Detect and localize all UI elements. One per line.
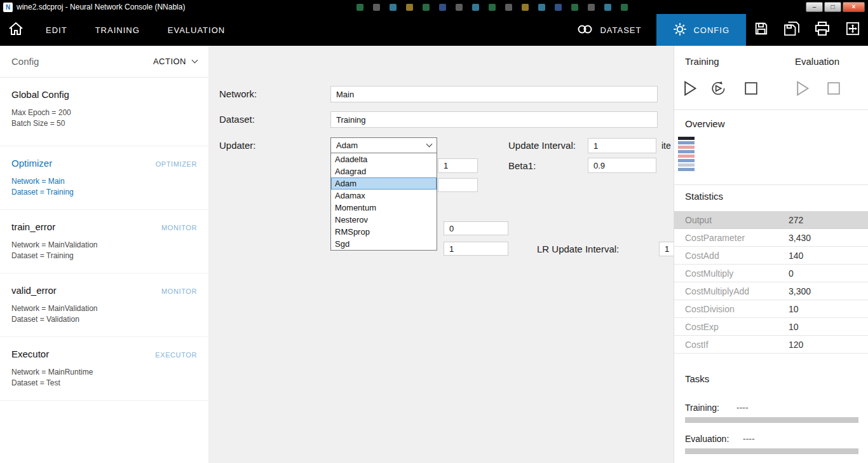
home-button[interactable] [0,14,32,46]
overview-thumbnail[interactable] [678,137,695,171]
stop-training-button[interactable] [744,81,758,98]
config-item-title: Optimizer [11,158,52,169]
tray-icon [390,4,397,11]
hidden-field-b[interactable]: 1 [444,242,508,256]
updater-option[interactable]: Sgd [331,238,437,250]
task-evaluation-name: Evaluation: [685,434,729,444]
stat-value: 10 [789,322,799,332]
stat-value: 272 [789,215,803,225]
stat-row-costparameter[interactable]: CostParameter 3,430 [674,229,868,247]
resume-training-button[interactable] [709,80,728,99]
window-controls: – □ × [806,2,865,12]
update-interval-field[interactable]: 1 [588,138,656,153]
save-icon [754,22,768,38]
network-field[interactable]: Main [330,86,658,102]
stat-row-costmultiplyadd[interactable]: CostMultiplyAdd 3,300 [674,282,868,300]
stat-name: CostMultiplyAdd [685,286,749,296]
update-interval-label: Update Interval: [508,140,576,151]
updater-option[interactable]: Adagrad [331,165,437,177]
updater-select[interactable]: Adam [330,137,437,153]
lr-update-interval-field[interactable]: 1 [659,242,674,256]
save-button[interactable] [746,14,776,46]
sidebar-item-train-error[interactable]: train_error MONITOR Network = MainValida… [0,210,208,273]
stat-row-costdivision[interactable]: CostDivision 10 [674,300,868,318]
tray-icon [621,4,628,11]
stop-icon [744,81,758,98]
fit-window-icon [846,22,860,38]
stat-value: 3,430 [789,233,811,243]
training-section-label: Training [685,56,719,67]
stat-name: CostMultiply [685,268,733,279]
close-button[interactable]: × [843,2,865,12]
config-item-title: Executor [11,349,49,359]
nav-tab-dataset[interactable]: DATASET [562,14,656,46]
network-layer-bar [678,168,695,171]
tray-icon [456,4,463,11]
sidebar-item-optimizer[interactable]: Optimizer OPTIMIZER Network = Main Datas… [0,146,208,210]
save-as-button[interactable] [776,14,807,46]
stop-icon [827,81,841,98]
stat-row-costmultiply[interactable]: CostMultiply 0 [674,265,868,282]
stop-evaluation-button[interactable] [827,81,841,98]
task-training-name: Training: [685,403,719,413]
sidebar-item-global-config[interactable]: Global Config Max Epoch = 200 Batch Size… [0,78,208,146]
save-as-icon [784,22,799,38]
hidden-field-a[interactable]: 0 [444,221,508,235]
updater-option[interactable]: Adadelta [331,153,437,165]
partial-field-empty[interactable] [438,178,478,192]
dataset-field[interactable]: Training [330,111,658,128]
chevron-down-icon [426,141,433,148]
updater-option[interactable]: Adamax [331,190,437,202]
updater-option-selected[interactable]: Adam [331,177,437,190]
tray-icon [472,4,479,11]
updater-dropdown-list: Adadelta Adagrad Adam Adamax Momentum Ne… [330,153,437,251]
config-item-line: Dataset = Training [11,251,197,260]
stat-value: 10 [789,304,799,314]
evaluation-progress-bar [685,448,858,454]
nav-tab-config[interactable]: CONFIG [656,14,746,46]
play-icon [795,79,810,100]
network-layer-bar [678,150,695,153]
tasks-label: Tasks [685,373,709,384]
updater-option[interactable]: Nesterov [331,214,437,226]
updater-option[interactable]: Momentum [331,202,437,214]
sidebar-item-executor[interactable]: Executor EXECUTOR Network = MainRuntime … [0,337,208,401]
stat-name: CostDivision [685,304,735,314]
stat-name: CostIf [685,340,709,350]
nav-spacer [239,14,562,46]
nav-tab-evaluation[interactable]: EVALUATION [154,14,239,46]
tray-icon [522,4,529,11]
stat-row-costif[interactable]: CostIf 120 [674,336,868,354]
nav-tab-edit[interactable]: EDIT [32,14,81,46]
run-evaluation-button[interactable] [795,79,810,100]
action-menu-button[interactable]: ACTION [153,57,197,66]
titlebar: N wine2.sdcproj - Neural Network Console… [0,0,868,14]
run-training-button[interactable] [682,79,698,100]
tray-icon [538,4,545,11]
minimize-button[interactable]: – [806,2,823,12]
tray-icon [555,4,562,11]
stat-row-costadd[interactable]: CostAdd 140 [674,247,868,265]
config-sidebar: Config ACTION Global Config Max Epoch = … [0,46,208,463]
network-layer-bar [678,137,695,140]
network-label: Network: [219,88,257,99]
play-icon [682,79,698,100]
dataset-label: Dataset: [219,114,255,125]
fit-window-button[interactable] [837,14,868,46]
print-button[interactable] [807,14,837,46]
stat-row-output[interactable]: Output 272 [674,211,868,229]
beta1-field[interactable]: 0.9 [588,158,656,173]
tray-icon [604,4,611,11]
updater-option[interactable]: RMSprop [331,226,437,238]
sidebar-item-valid-error[interactable]: valid_error MONITOR Network = MainValida… [0,273,208,337]
stat-row-costexp[interactable]: CostExp 10 [674,318,868,336]
print-icon [815,22,830,38]
partial-field[interactable]: 1 [438,158,478,173]
action-label: ACTION [153,57,186,66]
maximize-button[interactable]: □ [824,2,841,12]
nav-config-label: CONFIG [693,25,729,35]
stat-value: 140 [789,251,803,261]
chevron-down-icon [192,57,198,64]
link-icon [577,24,593,36]
nav-tab-training[interactable]: TRAINING [81,14,154,46]
